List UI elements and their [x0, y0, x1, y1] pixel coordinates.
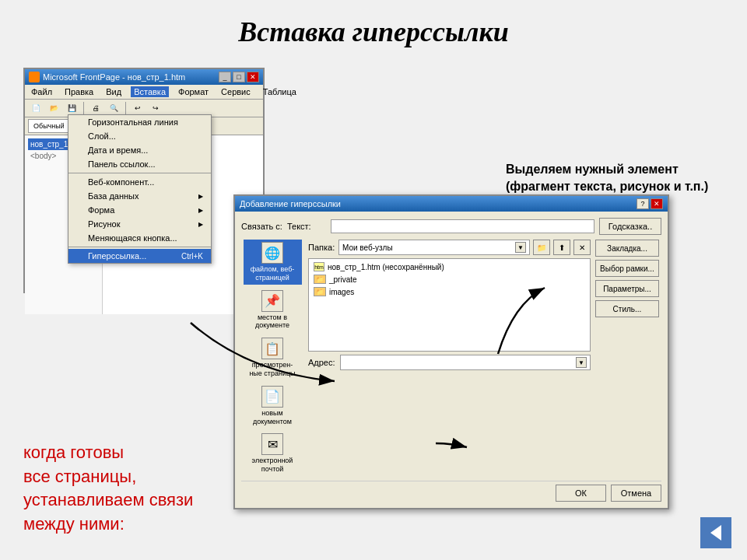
frontpage-icon [29, 72, 40, 82]
icon-viewed[interactable]: 📋 просмотрен- ные страницы [244, 335, 302, 380]
bookmark-btn[interactable]: Закладка... [595, 240, 659, 257]
menu-file[interactable]: Файл [28, 86, 55, 97]
text-input[interactable] [331, 219, 594, 233]
text-field-label: Текст: [287, 222, 326, 231]
frame-btn[interactable]: Выбор рамки... [595, 260, 659, 277]
fb-folder-2[interactable]: 📁 images [310, 285, 588, 298]
tb-redo[interactable]: ↪ [148, 101, 163, 115]
menu-layer[interactable]: Слой... [68, 129, 211, 143]
fb-btn-1[interactable]: 📁 [533, 240, 550, 255]
dropdown-sep-1 [68, 173, 211, 173]
dialog-main: 🌐 файлом, веб- страницей 📌 местом в доку… [241, 240, 661, 476]
window-controls: _ □ ✕ [219, 72, 259, 82]
icon-new-doc[interactable]: 📄 новым документом [244, 383, 302, 429]
folder-icon-1: 📁 [314, 275, 326, 284]
menu-picture[interactable]: Рисунок ▶ [68, 217, 211, 231]
dialog-right-buttons: Закладка... Выбор рамки... Параметры... … [595, 240, 661, 476]
dialog-title: Добавление гиперссылки [240, 199, 341, 208]
menu-date-time[interactable]: Дата и время... [68, 143, 211, 157]
icon-email[interactable]: ✉ электронной почтой [244, 431, 302, 476]
tb-save[interactable]: 💾 [64, 101, 79, 115]
dialog-close-btn[interactable]: ✕ [651, 198, 663, 209]
maximize-btn[interactable]: □ [233, 72, 245, 82]
insert-dropdown-menu: Горизонтальная линия Слой... Дата и врем… [68, 114, 212, 264]
folder-dropdown-arrow[interactable]: ▼ [515, 242, 526, 253]
menu-database[interactable]: База данных ▶ [68, 189, 211, 203]
menu-hyperlink[interactable]: Гиперссылка... Ctrl+K [68, 249, 211, 263]
dialog-titlebar: Добавление гиперссылки ? ✕ [235, 196, 668, 212]
icon-files[interactable]: 🌐 файлом, веб- страницей [244, 240, 302, 285]
new-doc-icon: 📄 [261, 386, 283, 408]
minimize-btn[interactable]: _ [219, 72, 231, 82]
menu-view[interactable]: Вид [103, 86, 124, 97]
tb-print[interactable]: 🖨 [88, 101, 103, 115]
frontpage-titlebar: Microsoft FrontPage - нов_стр_1.htm _ □ … [25, 69, 263, 85]
hyperlink-dialog: Добавление гиперссылки ? ✕ Связать с: Те… [233, 194, 669, 509]
tb-preview[interactable]: 🔍 [106, 101, 121, 115]
menu-table[interactable]: Таблица [260, 86, 300, 97]
menu-form[interactable]: Форма ▶ [68, 203, 211, 217]
fb-btn-3[interactable]: ✕ [573, 240, 591, 255]
menu-link-panel[interactable]: Панель ссылок... [68, 157, 211, 171]
folder-icon-2: 📁 [314, 287, 326, 296]
dialog-win-controls: ? ✕ [637, 198, 663, 209]
dialog-icons-panel: 🌐 файлом, веб- страницей 📌 местом в доку… [241, 240, 303, 476]
folder-value: Мои веб-узлы [342, 243, 393, 252]
menu-format[interactable]: Формат [175, 86, 212, 97]
menu-service[interactable]: Сервис [218, 86, 254, 97]
files-icon: 🌐 [261, 242, 283, 264]
address-dropdown[interactable]: ▼ [340, 355, 591, 370]
fb-file-name-1: нов_стр_1.htm (несохранённый) [328, 263, 444, 271]
folder-dropdown[interactable]: Мои веб-узлы ▼ [338, 240, 530, 255]
style-btn[interactable]: Стиль... [595, 300, 659, 317]
address-label: Адрес: [308, 358, 335, 367]
fb-file-1[interactable]: htm нов_стр_1.htm (несохранённый) [310, 261, 588, 273]
cancel-button[interactable]: Отмена [611, 485, 661, 502]
tb-open[interactable]: 📂 [46, 101, 61, 115]
tb-undo[interactable]: ↩ [130, 101, 146, 115]
tb-sep-2 [125, 102, 126, 114]
menu-horizontal-line[interactable]: Горизонтальная линия [68, 115, 211, 129]
menu-web-component[interactable]: Веб-компонент... [68, 175, 211, 189]
tb-sep-1 [83, 102, 84, 114]
dropdown-sep-2 [68, 247, 211, 247]
dialog-help-btn[interactable]: ? [637, 198, 649, 209]
fb-btn-2[interactable]: ⬆ [553, 240, 570, 255]
address-row: Адрес: ▼ [308, 355, 591, 370]
frontpage-title: Microsoft FrontPage - нов_стр_1.htm [43, 72, 216, 82]
icon-place[interactable]: 📌 местом в документе [244, 288, 302, 333]
nav-arrow-icon [710, 525, 721, 541]
tb-new[interactable]: 📄 [28, 101, 44, 115]
dialog-footer: ОК Отмена [241, 481, 661, 502]
fb-folder-1[interactable]: 📁 _private [310, 273, 588, 285]
place-icon: 📌 [261, 290, 283, 312]
bottom-left-text: когда готовы все страницы, устанавливаем… [23, 441, 193, 537]
fb-folder-name-2: images [329, 288, 354, 296]
text-row: Связать с: Текст: Годсказка.. [241, 218, 661, 235]
ok-button[interactable]: ОК [556, 485, 606, 502]
menu-edit[interactable]: Правка [61, 86, 96, 97]
nav-back-button[interactable] [700, 517, 731, 548]
menu-insert[interactable]: Вставка [131, 86, 169, 97]
address-dropdown-arrow[interactable]: ▼ [576, 357, 587, 368]
menu-flash-button[interactable]: Меняющаяся кнопка... [68, 231, 211, 245]
file-icon-1: htm [314, 262, 324, 271]
close-btn[interactable]: ✕ [247, 72, 259, 82]
frontpage-window: Microsoft FrontPage - нов_стр_1.htm _ □ … [23, 68, 265, 293]
email-icon: ✉ [261, 433, 283, 455]
link-label: Связать с: [241, 222, 282, 231]
viewed-icon: 📋 [261, 338, 283, 359]
params-btn[interactable]: Параметры... [595, 280, 659, 297]
page-title: Вставка гиперссылки [0, 0, 747, 60]
fb-folder-name-1: _private [329, 275, 357, 284]
file-list: htm нов_стр_1.htm (несохранённый) 📁 _pri… [308, 258, 591, 352]
menu-bar: Файл Правка Вид Вставка Формат Сервис Та… [25, 85, 263, 100]
annotation-right: Выделяем нужный элемент (фрагмент текста… [506, 161, 724, 196]
folder-row: Папка: Мои веб-узлы ▼ 📁 ⬆ ✕ [308, 240, 591, 255]
dialog-body: Связать с: Текст: Годсказка.. 🌐 файлом, … [235, 212, 668, 508]
dialog-filebrowser: Папка: Мои веб-узлы ▼ 📁 ⬆ ✕ htm нов_стр_… [308, 240, 591, 476]
lookup-btn[interactable]: Годсказка.. [599, 218, 661, 235]
folder-label: Папка: [308, 243, 335, 252]
